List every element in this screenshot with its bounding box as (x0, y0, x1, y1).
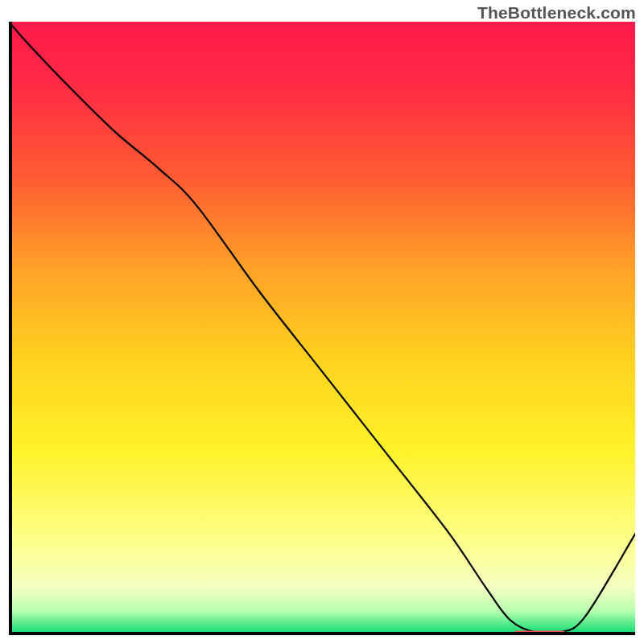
plot-frame (9, 22, 635, 635)
attribution-text: TheBottleneck.com (477, 3, 636, 23)
chart-page: TheBottleneck.com (0, 0, 644, 644)
gradient-background (9, 22, 635, 635)
plot-svg (9, 22, 635, 635)
